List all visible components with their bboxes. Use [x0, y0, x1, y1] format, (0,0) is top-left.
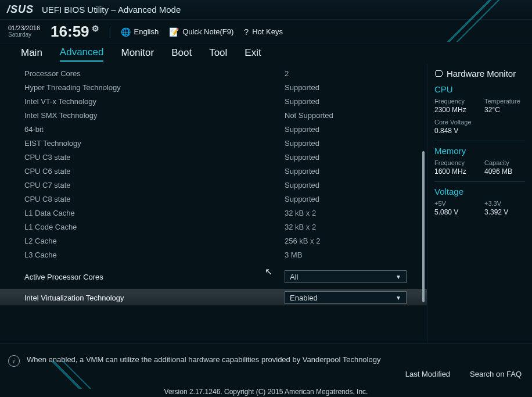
last-modified-button[interactable]: Last Modified	[405, 370, 450, 378]
info-value: Supported	[285, 139, 319, 148]
hw-monitor-title: 🖵 Hardware Monitor	[434, 69, 525, 78]
info-row: EIST TechnologySupported	[0, 136, 427, 150]
language-selector[interactable]: 🌐 English	[121, 27, 159, 37]
info-row: Intel SMX TechnologyNot Supported	[0, 108, 427, 122]
setting-active-processor-cores: Active Processor Cores All ▼	[0, 267, 427, 286]
clock[interactable]: 16:59 ⚙	[51, 23, 99, 41]
info-label: CPU C6 state	[24, 167, 285, 176]
info-row: CPU C6 stateSupported	[0, 164, 427, 178]
cpu-freq-val: 2300 MHz	[434, 106, 472, 114]
info-value: Supported	[285, 97, 319, 106]
cpu-freq-key: Frequency	[434, 98, 472, 105]
info-value: Supported	[285, 167, 319, 176]
mem-cap-key: Capacity	[484, 159, 522, 166]
language-label: English	[134, 27, 159, 36]
mem-freq-val: 1600 MHz	[434, 167, 472, 176]
help-text: When enabled, a VMM can utilize the addi…	[27, 355, 380, 364]
day: Saturday	[8, 32, 40, 38]
mem-freq-key: Frequency	[434, 159, 472, 166]
globe-icon: 🌐	[121, 27, 131, 37]
info-label: Hyper Threading Technology	[24, 83, 285, 92]
v5-key: +5V	[434, 200, 472, 207]
topbar: 01/23/2016 Saturday 16:59 ⚙ 🌐 English 📝 …	[0, 20, 532, 44]
info-value: 3 MB	[285, 251, 302, 259]
help-icon: ?	[244, 27, 249, 37]
setting-intel-virtualization: Intel Virtualization Technology Enabled …	[0, 289, 427, 306]
info-row: CPU C7 stateSupported	[0, 178, 427, 192]
select-value: All	[290, 273, 298, 281]
info-label: L1 Data Cache	[24, 209, 285, 217]
main-panel: Processor Cores2Hyper Threading Technolo…	[0, 64, 427, 343]
note-icon: 📝	[169, 27, 179, 37]
chevron-down-icon: ▼	[396, 295, 401, 301]
info-row: 64-bitSupported	[0, 122, 427, 136]
mem-cap-val: 4096 MB	[484, 167, 522, 176]
menu-main[interactable]: Main	[21, 47, 42, 61]
info-label: L2 Cache	[24, 237, 285, 245]
menu-exit[interactable]: Exit	[245, 47, 261, 61]
menu-advanced[interactable]: Advanced	[60, 47, 104, 62]
footer: Last Modified Search on FAQ Version 2.17…	[0, 364, 532, 397]
info-label: Processor Cores	[24, 69, 285, 78]
info-row: L1 Data Cache32 kB x 2	[0, 206, 427, 220]
hardware-monitor-panel: 🖵 Hardware Monitor CPU Frequency 2300 MH…	[427, 64, 532, 343]
date-block: 01/23/2016 Saturday	[8, 25, 40, 38]
gear-icon[interactable]: ⚙	[92, 24, 99, 33]
info-label: CPU C7 state	[24, 181, 285, 189]
cpu-temp-val: 32°C	[484, 106, 522, 114]
menu-monitor[interactable]: Monitor	[121, 47, 154, 61]
quick-note-label: Quick Note(F9)	[182, 27, 233, 36]
titlebar: /SUS UEFI BIOS Utility – Advanced Mode	[0, 0, 532, 20]
menu-boot[interactable]: Boot	[171, 47, 192, 61]
quick-note-button[interactable]: 📝 Quick Note(F9)	[169, 27, 233, 37]
v5-val: 5.080 V	[434, 208, 472, 216]
hot-keys-button[interactable]: ? Hot Keys	[244, 27, 283, 37]
info-row: Intel VT-x TechnologySupported	[0, 94, 427, 108]
info-value: Supported	[285, 125, 319, 134]
info-label: Intel VT-x Technology	[24, 97, 285, 106]
info-value: Not Supported	[285, 111, 333, 120]
virtualization-select[interactable]: Enabled ▼	[285, 291, 407, 304]
setting-label: Intel Virtualization Technology	[24, 294, 285, 302]
select-value: Enabled	[290, 294, 318, 302]
cpu-cv-key: Core Voltage	[434, 119, 525, 126]
menubar: Main Advanced Monitor Boot Tool Exit	[0, 44, 532, 64]
cpu-temp-key: Temperature	[484, 98, 522, 105]
scrollbar[interactable]	[422, 151, 425, 302]
cpu-cv-val: 0.848 V	[434, 127, 525, 135]
info-label: EIST Technology	[24, 139, 285, 148]
search-faq-button[interactable]: Search on FAQ	[470, 370, 522, 378]
brand-logo: /SUS	[7, 3, 34, 16]
chevron-down-icon: ▼	[396, 274, 401, 280]
info-label: 64-bit	[24, 125, 285, 134]
hot-keys-label: Hot Keys	[252, 27, 283, 36]
info-value: Supported	[285, 181, 319, 189]
divider	[110, 26, 110, 38]
version-text: Version 2.17.1246. Copyright (C) 2015 Am…	[164, 388, 368, 396]
setting-label: Active Processor Cores	[24, 273, 285, 281]
voltage-heading: Voltage	[434, 187, 525, 196]
info-label: L3 Cache	[24, 251, 285, 259]
menu-tool[interactable]: Tool	[209, 47, 227, 61]
info-label: L1 Code Cache	[24, 223, 285, 231]
active-cores-select[interactable]: All ▼	[285, 270, 407, 283]
info-row: L2 Cache256 kB x 2	[0, 234, 427, 248]
info-value: 2	[285, 69, 289, 78]
info-label: Intel SMX Technology	[24, 111, 285, 120]
info-value: Supported	[285, 153, 319, 162]
info-label: CPU C3 state	[24, 153, 285, 162]
info-row: L3 Cache3 MB	[0, 248, 427, 262]
info-row: CPU C8 stateSupported	[0, 192, 427, 206]
monitor-icon: 🖵	[434, 69, 443, 78]
v33-key: +3.3V	[484, 200, 522, 207]
divider	[434, 181, 525, 182]
info-value: Supported	[285, 195, 319, 203]
info-label: CPU C8 state	[24, 195, 285, 203]
divider	[434, 141, 525, 141]
clock-time: 16:59	[51, 23, 89, 41]
info-row: CPU C3 stateSupported	[0, 150, 427, 164]
info-value: Supported	[285, 83, 319, 92]
info-value: 32 kB x 2	[285, 223, 316, 231]
info-row: L1 Code Cache32 kB x 2	[0, 220, 427, 234]
memory-heading: Memory	[434, 146, 525, 156]
